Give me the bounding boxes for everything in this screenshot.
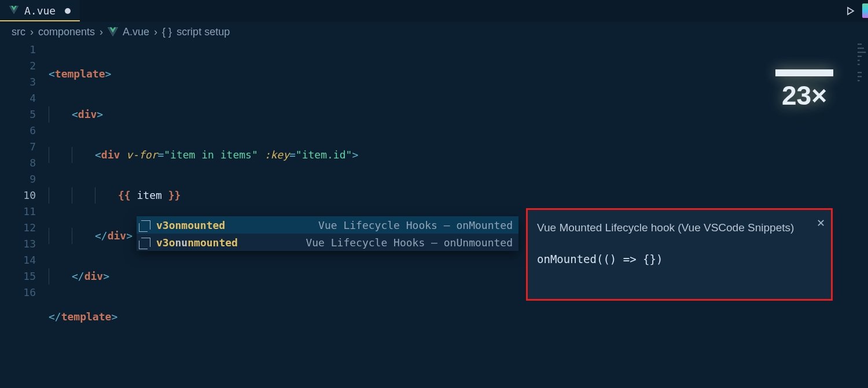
- minimap[interactable]: ▬▬▬▬▬▬▬▬▬▬▬▬▬▬▬▬▬▬: [858, 42, 868, 82]
- snippet-icon: [141, 238, 150, 247]
- dirty-indicator-icon: [65, 8, 71, 14]
- snippet-icon: [141, 220, 150, 230]
- vue-icon: [108, 27, 118, 37]
- code-line[interactable]: <div>: [49, 106, 868, 123]
- crumb-components[interactable]: components: [38, 26, 95, 38]
- doc-description: Vue Mounted Lifecycle hook (Vue VSCode S…: [537, 219, 822, 236]
- chevron-right-icon: ›: [30, 26, 34, 38]
- code-line[interactable]: [49, 349, 868, 365]
- crumb-src[interactable]: src: [12, 26, 25, 38]
- crumb-file[interactable]: A.vue: [123, 26, 149, 38]
- code-line[interactable]: </template>: [49, 309, 868, 325]
- chevron-right-icon: ›: [100, 26, 103, 38]
- tab-bar: A.vue: [0, 0, 868, 22]
- suggest-detail: Vue Lifecycle Hooks – onUnmounted: [306, 237, 513, 249]
- breadcrumb[interactable]: src › components › A.vue › { } script se…: [0, 22, 868, 42]
- suggest-detail: Vue Lifecycle Hooks – onMounted: [318, 219, 513, 231]
- suggest-item[interactable]: v3onunmounted Vue Lifecycle Hooks – onUn…: [137, 234, 518, 251]
- chevron-right-icon: ›: [154, 26, 157, 38]
- zoom-indicator: 23×: [775, 69, 833, 111]
- close-icon[interactable]: ✕: [816, 216, 825, 232]
- suggest-item[interactable]: v3onmounted Vue Lifecycle Hooks – onMoun…: [137, 216, 518, 234]
- tab-filename: A.vue: [24, 5, 56, 17]
- code-line[interactable]: {{ item }}: [49, 187, 868, 204]
- doc-code: onMounted(() => {}): [537, 251, 822, 268]
- line-number-gutter: 1234 5678 9101112 13141516: [0, 42, 49, 388]
- suggest-label: v3onunmounted: [156, 237, 238, 249]
- side-accent-icon: [862, 3, 868, 18]
- suggestion-doc-popup: ✕ Vue Mounted Lifecycle hook (Vue VSCode…: [526, 208, 833, 301]
- suggest-popup: v3onmounted Vue Lifecycle Hooks – onMoun…: [137, 216, 518, 251]
- suggest-label: v3onmounted: [156, 219, 225, 231]
- code-line[interactable]: <div v-for="item in items" :key="item.id…: [49, 147, 868, 163]
- crumb-symbol[interactable]: script setup: [176, 26, 230, 38]
- run-button[interactable]: [839, 0, 862, 21]
- zoom-value: 23×: [782, 80, 827, 111]
- tab-a-vue[interactable]: A.vue: [0, 0, 80, 21]
- vue-icon: [9, 5, 19, 17]
- tabbar-spacer: [80, 0, 839, 21]
- code-line[interactable]: <template>: [49, 66, 868, 82]
- braces-icon: { }: [162, 26, 172, 38]
